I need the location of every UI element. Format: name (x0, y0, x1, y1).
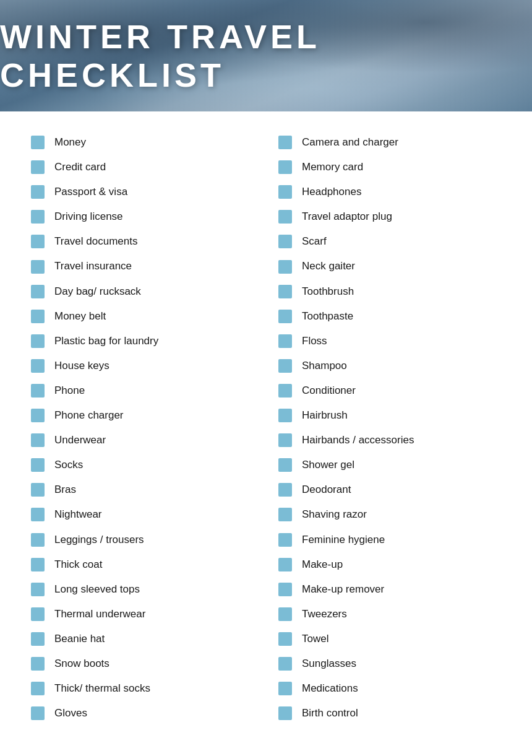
list-item[interactable]: Passport & visa (31, 180, 254, 204)
list-item[interactable]: Shampoo (278, 354, 501, 378)
list-item[interactable]: Toothpaste (278, 304, 501, 329)
item-label: Snow boots (54, 657, 109, 671)
checkbox-icon[interactable] (31, 558, 45, 571)
checkbox-icon[interactable] (278, 210, 292, 224)
checkbox-icon[interactable] (278, 483, 292, 497)
checkbox-icon[interactable] (31, 136, 45, 149)
list-item[interactable]: Hairbands / accessories (278, 428, 501, 453)
list-item[interactable]: Conditioner (278, 378, 501, 403)
list-item[interactable]: Scarf (278, 229, 501, 254)
checkbox-icon[interactable] (31, 533, 45, 547)
list-item[interactable]: Feminine hygiene (278, 528, 501, 552)
checkbox-icon[interactable] (278, 682, 292, 695)
list-item[interactable]: Make-up (278, 552, 501, 577)
list-item[interactable]: Shaving razor (278, 502, 501, 527)
checkbox-icon[interactable] (31, 657, 45, 671)
list-item[interactable]: Leggings / trousers (31, 528, 254, 552)
item-label: Credit card (54, 160, 106, 174)
checkbox-icon[interactable] (31, 160, 45, 174)
checkbox-icon[interactable] (278, 632, 292, 646)
checkbox-icon[interactable] (31, 682, 45, 695)
list-item[interactable]: Money (31, 130, 254, 155)
list-item[interactable]: Sunglasses (278, 651, 501, 676)
checkbox-icon[interactable] (31, 409, 45, 422)
checkbox-icon[interactable] (278, 136, 292, 149)
list-item[interactable]: Headphones (278, 180, 501, 204)
checkbox-icon[interactable] (278, 310, 292, 323)
checkbox-icon[interactable] (278, 558, 292, 571)
list-item[interactable]: Thick coat (31, 552, 254, 577)
list-item[interactable]: Driving license (31, 204, 254, 229)
list-item[interactable]: Long sleeved tops (31, 577, 254, 602)
checkbox-icon[interactable] (31, 458, 45, 472)
list-item[interactable]: Phone (31, 378, 254, 403)
list-item[interactable]: Nightwear (31, 502, 254, 527)
list-item[interactable]: Plastic bag for laundry (31, 329, 254, 354)
list-item[interactable]: Hairbrush (278, 403, 501, 428)
checkbox-icon[interactable] (278, 458, 292, 472)
list-item[interactable]: Snow boots (31, 651, 254, 676)
checkbox-icon[interactable] (31, 310, 45, 323)
list-item[interactable]: Travel adaptor plug (278, 204, 501, 229)
list-item[interactable]: Birth control (278, 701, 501, 726)
checkbox-icon[interactable] (278, 583, 292, 596)
checkbox-icon[interactable] (31, 508, 45, 521)
checkbox-icon[interactable] (278, 533, 292, 547)
list-item[interactable]: Thermal underwear (31, 602, 254, 627)
checkbox-icon[interactable] (278, 433, 292, 447)
list-item[interactable]: Tweezers (278, 602, 501, 627)
checkbox-icon[interactable] (31, 334, 45, 348)
list-item[interactable]: Bras (31, 477, 254, 502)
checkbox-icon[interactable] (278, 185, 292, 199)
checkbox-icon[interactable] (278, 359, 292, 373)
list-item[interactable]: Towel (278, 627, 501, 651)
checkbox-icon[interactable] (31, 483, 45, 497)
checkbox-icon[interactable] (31, 359, 45, 373)
list-item[interactable]: Money belt (31, 304, 254, 329)
list-item[interactable]: Thick/ thermal socks (31, 676, 254, 701)
list-item[interactable]: Gloves (31, 701, 254, 726)
list-item[interactable]: Phone charger (31, 403, 254, 428)
list-item[interactable]: Day bag/ rucksack (31, 279, 254, 304)
list-item[interactable]: Underwear (31, 428, 254, 453)
checkbox-icon[interactable] (31, 433, 45, 447)
checkbox-icon[interactable] (278, 334, 292, 348)
list-item[interactable]: Beanie hat (31, 627, 254, 651)
list-item[interactable]: Camera and charger (278, 130, 501, 155)
checkbox-icon[interactable] (278, 235, 292, 248)
list-item[interactable]: House keys (31, 354, 254, 378)
checkbox-icon[interactable] (278, 508, 292, 521)
list-item[interactable]: Neck gaiter (278, 254, 501, 279)
checkbox-icon[interactable] (31, 384, 45, 398)
checkbox-icon[interactable] (31, 632, 45, 646)
checkbox-icon[interactable] (278, 285, 292, 298)
list-item[interactable]: Travel insurance (31, 254, 254, 279)
checkbox-icon[interactable] (278, 260, 292, 274)
list-item[interactable]: Credit card (31, 155, 254, 180)
checkbox-icon[interactable] (31, 285, 45, 298)
item-label: Leggings / trousers (54, 533, 144, 547)
list-item[interactable]: Make-up remover (278, 577, 501, 602)
checkbox-icon[interactable] (278, 384, 292, 398)
checkbox-icon[interactable] (31, 185, 45, 199)
list-item[interactable]: Shower gel (278, 453, 501, 477)
checkbox-icon[interactable] (278, 409, 292, 422)
checkbox-icon[interactable] (31, 706, 45, 720)
checkbox-icon[interactable] (31, 607, 45, 621)
checkbox-icon[interactable] (278, 706, 292, 720)
list-item[interactable]: Toothbrush (278, 279, 501, 304)
checkbox-icon[interactable] (31, 235, 45, 248)
list-item[interactable]: Memory card (278, 155, 501, 180)
checkbox-icon[interactable] (278, 160, 292, 174)
checkbox-icon[interactable] (31, 260, 45, 274)
list-item[interactable]: Travel documents (31, 229, 254, 254)
checkbox-icon[interactable] (278, 607, 292, 621)
checkbox-icon[interactable] (278, 657, 292, 671)
checkbox-icon[interactable] (31, 210, 45, 224)
list-item[interactable]: Floss (278, 329, 501, 354)
list-item[interactable]: Socks (31, 453, 254, 477)
list-item[interactable]: Deodorant (278, 477, 501, 502)
list-item[interactable]: Medications (278, 676, 501, 701)
checkbox-icon[interactable] (31, 583, 45, 596)
left-column: MoneyCredit cardPassport & visaDriving l… (31, 130, 266, 726)
